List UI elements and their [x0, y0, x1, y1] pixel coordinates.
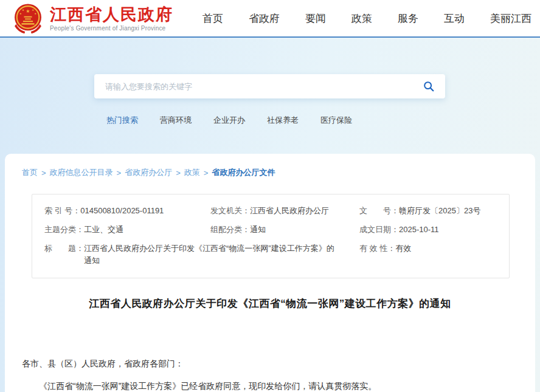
svg-text:★: ★: [19, 12, 22, 15]
meta-group-category-label: 组配分类：: [210, 224, 250, 236]
search-wrap: [94, 74, 445, 98]
meta-topic-category-label: 主题分类：: [44, 224, 84, 236]
nav-item-provincial-government[interactable]: 省政府: [249, 12, 280, 26]
search-input[interactable]: [105, 82, 421, 91]
meta-index-number: 索 引 号： 014500810/2025-01191: [44, 205, 210, 217]
hot-search-item-business-environment[interactable]: 营商环境: [160, 115, 192, 126]
national-emblem-icon: ★ ★ ★ ★ ★: [12, 2, 44, 34]
hot-search-label: 热门搜索: [106, 115, 138, 126]
breadcrumb-separator: >: [41, 168, 46, 177]
nav-item-policy[interactable]: 政策: [351, 12, 372, 26]
hero-search-section: 热门搜索 营商环境 企业开办 社保养老 医疗保险: [0, 38, 540, 154]
content-card: 首页 > 政府信息公开目录 > 省政府办公厅 > 政策 > 省政府办公厅文件 索…: [5, 154, 535, 392]
meta-issuing-agency: 发文机关： 江西省人民政府办公厅: [210, 205, 359, 217]
nav-item-news[interactable]: 要闻: [305, 12, 326, 26]
hot-search-item-company-registration[interactable]: 企业开办: [213, 115, 245, 126]
hot-search-item-social-security[interactable]: 社保养老: [267, 115, 299, 126]
meta-validity: 有 效 性： 有效: [359, 242, 497, 267]
brand-text: 江西省人民政府 People's Government of Jiangxi P…: [50, 5, 173, 32]
site-logo[interactable]: ★ ★ ★ ★ ★ 江西省人民政府 People's Government of…: [12, 2, 173, 34]
article-salutation: 各市、县（区）人民政府，省政府各部门：: [22, 357, 518, 370]
article-body: 各市、县（区）人民政府，省政府各部门： 《江西省“物流一张网”建设工作方案》已经…: [5, 357, 535, 392]
breadcrumb: 首页 > 政府信息公开目录 > 省政府办公厅 > 政策 > 省政府办公厅文件: [5, 167, 535, 178]
meta-document-number-value: 赣府厅发〔2025〕23号: [399, 205, 480, 217]
meta-document-number-label: 文 号：: [359, 205, 399, 217]
nav-item-beautiful-jiangxi[interactable]: 美丽江西: [490, 12, 531, 26]
svg-text:★: ★: [34, 12, 36, 15]
breadcrumb-current-page: 省政府办公厅文件: [212, 167, 275, 178]
meta-validity-label: 有 效 性：: [359, 242, 395, 267]
breadcrumb-separator: >: [117, 168, 122, 177]
meta-index-number-value: 014500810/2025-01191: [80, 205, 164, 217]
document-meta-box: 索 引 号： 014500810/2025-01191 发文机关： 江西省人民政…: [32, 194, 510, 278]
meta-issue-date-value: 2025-10-11: [399, 224, 439, 236]
meta-document-title-label: 标 题：: [44, 242, 84, 267]
main-nav: 首页 省政府 要闻 政策 服务 互动 美丽江西: [202, 12, 535, 26]
site-subtitle: People's Government of Jiangxi Province: [50, 25, 173, 32]
meta-issue-date-label: 成文日期：: [359, 224, 399, 236]
article-title: 江西省人民政府办公厅关于印发《江西省“物流一张网”建设工作方案》的通知: [5, 297, 535, 311]
breadcrumb-separator: >: [176, 168, 181, 177]
breadcrumb-general-office[interactable]: 省政府办公厅: [125, 167, 172, 178]
breadcrumb-separator: >: [204, 168, 209, 177]
meta-document-number: 文 号： 赣府厅发〔2025〕23号: [359, 205, 497, 217]
svg-text:★: ★: [32, 9, 34, 12]
meta-document-title-value: 江西省人民政府办公厅关于印发《江西省“物流一张网”建设工作方案》的通知: [84, 242, 338, 267]
breadcrumb-gov-info-directory[interactable]: 政府信息公开目录: [50, 167, 113, 178]
site-title: 江西省人民政府: [50, 5, 173, 24]
search-button[interactable]: [421, 78, 437, 94]
nav-item-interaction[interactable]: 互动: [444, 12, 465, 26]
meta-document-title: 标 题： 江西省人民政府办公厅关于印发《江西省“物流一张网”建设工作方案》的通知: [44, 242, 359, 267]
meta-issuing-agency-value: 江西省人民政府办公厅: [250, 205, 329, 217]
breadcrumb-home[interactable]: 首页: [22, 167, 38, 178]
search-icon: [423, 80, 435, 92]
nav-item-services[interactable]: 服务: [398, 12, 418, 26]
meta-index-number-label: 索 引 号：: [44, 205, 80, 217]
meta-topic-category-value: 工业、交通: [84, 224, 123, 236]
meta-issuing-agency-label: 发文机关：: [210, 205, 250, 217]
hot-search-item-medical-insurance[interactable]: 医疗保险: [320, 115, 352, 126]
breadcrumb-policy[interactable]: 政策: [184, 167, 200, 178]
site-header: ★ ★ ★ ★ ★ 江西省人民政府 People's Government of…: [0, 0, 540, 38]
meta-validity-value: 有效: [395, 242, 411, 267]
svg-text:★: ★: [26, 9, 30, 14]
meta-group-category-value: 通知: [250, 224, 266, 236]
meta-group-category: 组配分类： 通知: [210, 224, 359, 236]
document-meta-grid: 索 引 号： 014500810/2025-01191 发文机关： 江西省人民政…: [44, 205, 497, 267]
meta-issue-date: 成文日期： 2025-10-11: [359, 224, 497, 236]
search-box: [94, 74, 445, 98]
svg-text:★: ★: [22, 9, 24, 12]
nav-item-home[interactable]: 首页: [202, 12, 223, 26]
meta-topic-category: 主题分类： 工业、交通: [44, 224, 210, 236]
hot-search-row: 热门搜索 营商环境 企业开办 社保养老 医疗保险: [106, 115, 540, 126]
article-paragraph: 《江西省“物流一张网”建设工作方案》已经省政府同意，现印发给你们，请认真贯彻落实…: [22, 379, 518, 392]
